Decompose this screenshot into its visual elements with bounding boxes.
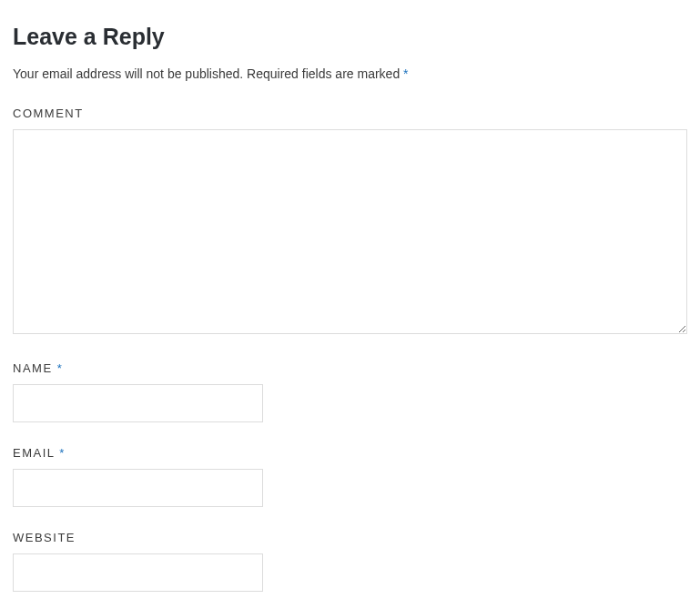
email-input[interactable] bbox=[13, 469, 263, 507]
email-required-mark: * bbox=[59, 446, 66, 460]
comment-label: COMMENT bbox=[13, 107, 687, 120]
intro-line1: Your email address will not be published… bbox=[13, 66, 243, 81]
website-group: WEBSITE bbox=[13, 531, 687, 592]
name-label-text: NAME bbox=[13, 361, 53, 375]
email-group: EMAIL * bbox=[13, 446, 687, 507]
name-input[interactable] bbox=[13, 384, 263, 422]
website-label: WEBSITE bbox=[13, 531, 687, 544]
comment-group: COMMENT bbox=[13, 107, 687, 338]
reply-heading: Leave a Reply bbox=[13, 24, 687, 50]
name-label: NAME * bbox=[13, 361, 687, 375]
name-required-mark: * bbox=[57, 361, 64, 375]
name-group: NAME * bbox=[13, 361, 687, 422]
comment-textarea[interactable] bbox=[13, 129, 687, 334]
email-label-text: EMAIL bbox=[13, 446, 55, 460]
intro-text: Your email address will not be published… bbox=[13, 66, 687, 81]
website-input[interactable] bbox=[13, 553, 263, 592]
intro-line2: Required fields are marked bbox=[247, 66, 400, 81]
intro-required-mark: * bbox=[403, 66, 408, 81]
email-label: EMAIL * bbox=[13, 446, 687, 460]
